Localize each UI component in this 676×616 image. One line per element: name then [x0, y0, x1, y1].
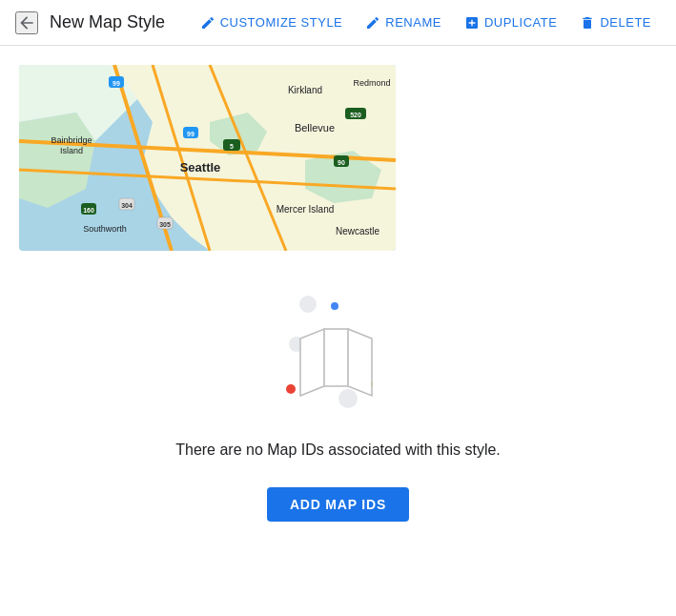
page-title: New Map Style	[50, 12, 165, 32]
delete-label: DELETE	[600, 15, 651, 30]
svg-text:Seattle: Seattle	[180, 160, 221, 175]
customize-icon	[200, 15, 215, 31]
svg-text:Bainbridge: Bainbridge	[51, 135, 92, 145]
svg-text:Newcastle: Newcastle	[336, 226, 380, 236]
svg-text:99: 99	[187, 131, 195, 137]
svg-text:Kirkland: Kirkland	[288, 85, 322, 95]
svg-marker-46	[300, 329, 324, 396]
map-fold-icon	[262, 289, 415, 422]
customize-style-button[interactable]: CUSTOMIZE STYLE	[191, 10, 353, 36]
svg-text:99: 99	[113, 80, 120, 87]
svg-text:305: 305	[159, 221, 171, 228]
svg-point-41	[299, 296, 317, 313]
svg-point-43	[286, 384, 296, 394]
delete-button[interactable]: DELETE	[570, 10, 661, 36]
rename-icon	[365, 15, 380, 31]
svg-text:5: 5	[230, 143, 234, 150]
header-actions: CUSTOMIZE STYLE RENAME DUPLICATE DELETE	[191, 10, 661, 36]
rename-button[interactable]: RENAME	[356, 10, 451, 36]
svg-text:Island: Island	[60, 146, 83, 155]
svg-text:304: 304	[121, 202, 133, 209]
duplicate-button[interactable]: DUPLICATE	[455, 10, 567, 36]
svg-text:Redmond: Redmond	[353, 78, 390, 88]
delete-icon	[580, 15, 595, 31]
empty-state-text: There are no Map IDs associated with thi…	[175, 441, 501, 459]
svg-text:Bellevue: Bellevue	[295, 122, 335, 133]
duplicate-icon	[464, 15, 480, 31]
empty-illustration	[262, 289, 415, 422]
add-map-ids-button[interactable]: ADD MAP IDS	[267, 487, 409, 522]
map-image: 99 99 5 520 90 Bainbridge Island Seattle…	[19, 65, 396, 251]
back-button[interactable]	[15, 11, 38, 34]
svg-text:Southworth: Southworth	[83, 224, 127, 234]
customize-style-label: CUSTOMIZE STYLE	[220, 15, 343, 30]
main-content: 99 99 5 520 90 Bainbridge Island Seattle…	[0, 46, 676, 569]
svg-marker-48	[348, 329, 372, 396]
duplicate-label: DUPLICATE	[484, 15, 558, 30]
svg-text:520: 520	[350, 112, 361, 118]
svg-point-45	[338, 389, 358, 408]
svg-text:Mercer Island: Mercer Island	[277, 204, 335, 215]
svg-text:160: 160	[83, 207, 94, 214]
map-preview: 99 99 5 520 90 Bainbridge Island Seattle…	[19, 65, 396, 251]
svg-point-39	[331, 302, 338, 310]
svg-rect-47	[324, 329, 348, 386]
svg-text:90: 90	[338, 159, 345, 166]
rename-label: RENAME	[385, 15, 441, 30]
header: New Map Style CUSTOMIZE STYLE RENAME DUP…	[0, 0, 676, 46]
empty-state: There are no Map IDs associated with thi…	[19, 270, 657, 550]
